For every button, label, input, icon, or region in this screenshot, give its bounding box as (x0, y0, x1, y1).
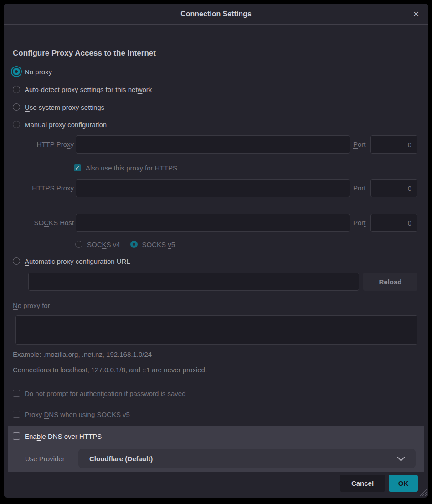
checkbox-label: Proxy DNS when using SOCKS v5 (25, 411, 130, 418)
dialog-title: Connection Settings (180, 10, 252, 18)
checkmark-icon: ✓ (74, 164, 81, 171)
checkbox-icon (13, 432, 20, 440)
radio-manual-proxy[interactable]: Manual proxy configuration (13, 119, 107, 129)
radio-icon (13, 257, 20, 265)
https-port-input[interactable] (370, 179, 417, 197)
radio-label: No proxy (25, 68, 52, 76)
auto-proxy-url-input[interactable] (28, 273, 359, 291)
no-proxy-note-text: Connections to localhost, 127.0.0.1/8, a… (13, 366, 207, 374)
https-port-label: Port (353, 184, 366, 192)
checkbox-label: Do not prompt for authentication if pass… (25, 390, 186, 397)
https-proxy-input[interactable] (76, 179, 350, 197)
radio-icon (13, 68, 20, 75)
http-proxy-label: HTTP Proxy (13, 140, 74, 148)
checkbox-icon (13, 411, 20, 418)
radio-label: Auto-detect proxy settings for this netw… (25, 86, 152, 93)
radio-socks-v4[interactable]: SOCKS v4 (75, 241, 120, 248)
radio-autodetect-proxy[interactable]: Auto-detect proxy settings for this netw… (13, 84, 152, 94)
chevron-down-icon (397, 453, 405, 461)
checkbox-label: Also use this proxy for HTTPS (86, 164, 177, 172)
radio-icon (13, 86, 20, 93)
close-icon[interactable]: ✕ (410, 8, 422, 20)
radio-label: Use system proxy settings (25, 103, 104, 111)
http-port-input[interactable] (370, 135, 417, 154)
radio-no-proxy[interactable]: No proxy (13, 67, 52, 77)
no-auth-prompt-checkbox[interactable]: Do not prompt for authentication if pass… (13, 388, 186, 398)
share-proxy-checkbox[interactable]: ✓ Also use this proxy for HTTPS (74, 163, 177, 173)
https-proxy-label: HTTPS Proxy (13, 184, 74, 192)
doh-provider-value: Cloudflare (Default) (89, 455, 153, 463)
connection-settings-dialog: Connection Settings ✕ Configure Proxy Ac… (4, 4, 428, 498)
http-port-label: Port (353, 140, 366, 148)
checkbox-icon (13, 390, 20, 397)
cancel-button[interactable]: Cancel (340, 475, 385, 492)
radio-icon (75, 241, 82, 248)
socks-port-input[interactable] (370, 214, 417, 232)
dialog-titlebar: Connection Settings (4, 4, 428, 25)
ok-button[interactable]: OK (389, 475, 418, 492)
radio-icon (13, 103, 20, 111)
radio-auto-proxy-url[interactable]: Automatic proxy configuration URL (13, 256, 130, 266)
doh-provider-select[interactable]: Cloudflare (Default) (78, 449, 416, 468)
http-proxy-input[interactable] (76, 135, 350, 154)
radio-label: Automatic proxy configuration URL (25, 257, 130, 265)
radio-label: SOCKS v5 (142, 241, 175, 248)
radio-label: Manual proxy configuration (25, 121, 107, 129)
socks-host-label: SOCKS Host (13, 219, 74, 226)
proxy-dns-socks5-checkbox[interactable]: Proxy DNS when using SOCKS v5 (13, 409, 130, 419)
no-proxy-for-textarea[interactable] (15, 315, 417, 345)
radio-socks-v5[interactable]: SOCKS v5 (130, 241, 175, 248)
reload-button[interactable]: Reload (363, 273, 417, 291)
resize-grip-icon[interactable] (418, 488, 427, 496)
no-proxy-for-label: No proxy for (13, 302, 50, 309)
page-title: Configure Proxy Access to the Internet (13, 49, 156, 58)
radio-label: SOCKS v4 (87, 241, 120, 248)
no-proxy-example-text: Example: .mozilla.org, .net.nz, 192.168.… (13, 350, 152, 358)
radio-icon (130, 241, 138, 248)
enable-doh-checkbox[interactable]: Enable DNS over HTTPS (13, 431, 102, 441)
use-provider-label: Use Provider (25, 455, 65, 463)
socks-host-input[interactable] (76, 214, 350, 232)
radio-icon (13, 121, 20, 128)
socks-port-label: Port (353, 219, 366, 226)
radio-system-proxy[interactable]: Use system proxy settings (13, 102, 104, 112)
checkbox-label: Enable DNS over HTTPS (25, 432, 102, 440)
